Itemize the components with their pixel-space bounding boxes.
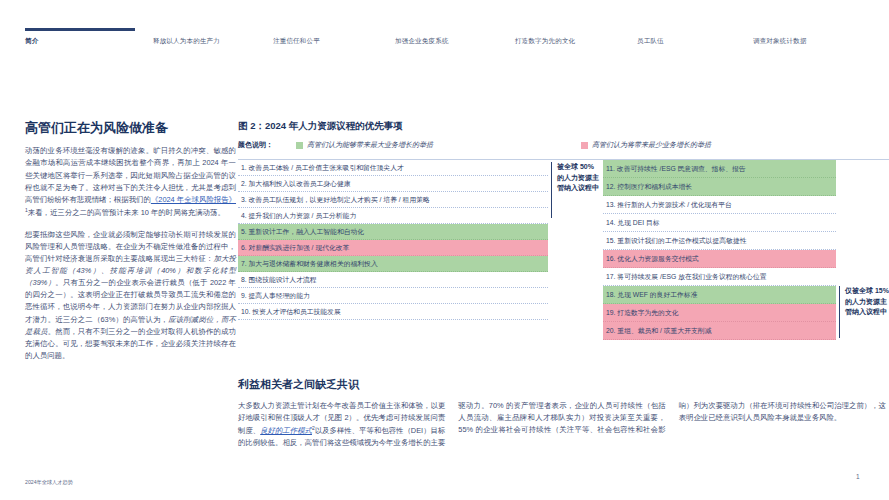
priority-item-highlight-green: 18. 兑现 WEF 的良好工作标准 [603, 286, 836, 304]
figure-body: 1. 改善员工体验 / 员工价值主张来吸引和留住顶尖人才 2. 加大福利投入以改… [238, 160, 889, 340]
consensus-title: 利益相关者之间缺乏共识 [238, 377, 886, 392]
priority-item: 2. 加大福利投入以改善员工身心健康 [238, 176, 548, 192]
tab-intro[interactable]: 简介 [25, 28, 153, 46]
priority-item: 4. 提升我们的人力资源 / 员工分析能力 [238, 208, 548, 224]
consensus-body: 大多数人力资源主管计划在今年改善员工价值主张和体验，以更好地吸引和留住顶级人才（… [238, 400, 886, 456]
tab-digital-first-culture[interactable]: 打造数字为先的文化 [515, 28, 637, 46]
annotation-text: 被全球 50% 的人力资源主管纳入议程中 [551, 162, 599, 218]
legend-most-growth: 高管们认为能够带来最大业务增长的举措 [296, 140, 433, 150]
chapter-nav: 简介 释放以人为本的生产力 注重信任和公平 加强企业免疫系统 打造数字为先的文化… [25, 28, 879, 46]
section-title: 高管们正在为风险做准备 [25, 120, 236, 136]
tab-corporate-immune-system[interactable]: 加强企业免疫系统 [395, 28, 515, 46]
priority-item-highlight-green: 12. 控制医疗和福利成本增长 [603, 178, 836, 196]
legend-pink-text: 高管们认为将带来最少业务增长的举措 [592, 140, 711, 150]
priority-item-highlight-pink: 20. 重组、裁员和 / 或重大开支削减 [603, 322, 836, 340]
tab-trust-equity[interactable]: 注重信任和公平 [273, 28, 395, 46]
priority-item-highlight-green: 5. 重新设计工作，融入人工智能和自动化 [238, 224, 548, 240]
page-number: 1 [856, 473, 860, 480]
legend-least-growth: 高管们认为将带来最少业务增长的举措 [581, 140, 711, 150]
risk-report-link[interactable]: 《2024 年全球风险报告》 [151, 195, 236, 204]
priority-item-highlight-pink: 16. 优化人力资源服务交付模式 [603, 250, 836, 268]
priority-list-11-20: 11. 改善可持续性 /ESG 民意调查、指标、报告 12. 控制医疗和福利成本… [603, 160, 836, 340]
good-work-link[interactable]: 良好的工作模式 [260, 426, 312, 435]
priority-list-1-10: 1. 改善员工体验 / 员工价值主张来吸引和留住顶尖人才 2. 加大福利投入以改… [238, 160, 548, 340]
legend-label: 颜色说明： [238, 140, 296, 150]
priority-item: 13. 推行新的人力资源技术 / 优化现有平台 [603, 196, 836, 214]
tab-human-productivity[interactable]: 释放以人为本的生产力 [153, 28, 273, 46]
tab-respondent-demographics[interactable]: 调查对象统计数据 [753, 28, 873, 46]
priority-item-highlight-green: 7. 加大与退休储蓄和财务健康相关的福利投入 [238, 256, 548, 272]
priority-item-highlight-pink: 6. 对薪酬实践进行加强 / 现代化改革 [238, 240, 548, 256]
priority-item: 10. 投资人才评估和员工技能发展 [238, 304, 548, 320]
priority-item: 8. 围绕技能设计人才流程 [238, 272, 548, 288]
figure-title: 图 2：2024 年人力资源议程的优先事项 [238, 120, 889, 133]
priority-item-highlight-green: 11. 改善可持续性 /ESG 民意调查、指标、报告 [603, 160, 836, 178]
stakeholder-consensus-section: 利益相关者之间缺乏共识 大多数人力资源主管计划在今年改善员工价值主张和体验，以更… [238, 377, 886, 456]
report-page: 简介 释放以人为本的生产力 注重信任和公平 加强企业免疫系统 打造数字为先的文化… [0, 0, 889, 500]
intro-paragraph-2: 想要抵御这些风险，企业就必须制定能够拉动长期可持续发展的风险管理和人员管理战略。… [25, 229, 236, 363]
annotation-top-50-percent: 被全球 50% 的人力资源主管纳入议程中 [551, 160, 599, 340]
p1-text-end: 来看，近三分之二的高管预计未来 10 年的时局将充满动荡。 [28, 208, 225, 217]
priority-item: 14. 兑现 DEI 目标 [603, 214, 836, 232]
priority-item-highlight-pink: 19. 打造数字为先的文化 [603, 304, 836, 322]
annotation-bottom-15-percent: 仅被全球 15% 的人力资源主管纳入议程中 [839, 160, 889, 340]
intro-column: 高管们正在为风险做准备 动荡的业务环境丝毫没有缓解的迹象。旷日持久的冲突、敏感的… [25, 120, 236, 371]
p2-text: 想要抵御这些风险，企业就必须制定能够拉动长期可持续发展的风险管理和人员管理战略。… [25, 230, 236, 263]
green-swatch-icon [296, 142, 303, 149]
priority-item: 1. 改善员工体验 / 员工价值主张来吸引和留住顶尖人才 [238, 160, 548, 176]
priority-item: 9. 提高人事经理的能力 [238, 288, 548, 304]
annotation-text: 仅被全球 15% 的人力资源主管纳入议程中 [839, 286, 889, 338]
priority-item: 17. 将可持续发展 /ESG 放在我们业务议程的核心位置 [603, 268, 836, 286]
pink-swatch-icon [581, 142, 588, 149]
priority-item: 3. 改善员工队伍规划，以更好地制定人才购买 / 培养 / 租用策略 [238, 192, 548, 208]
figure-legend: 颜色说明： 高管们认为能够带来最大业务增长的举措 高管们认为将带来最少业务增长的… [238, 140, 889, 150]
report-footer-title: 2024年全球人才趋势 [25, 479, 73, 486]
priority-item: 15. 重新设计我们的工作运作模式以提高敏捷性 [603, 232, 836, 250]
intro-paragraph-1: 动荡的业务环境丝毫没有缓解的迹象。旷日持久的冲突、敏感的金融市场和高运营成本继续… [25, 145, 236, 219]
legend-green-text: 高管们认为能够带来最大业务增长的举措 [307, 140, 433, 150]
tab-workforce[interactable]: 员工队伍 [637, 28, 753, 46]
figure-2-hr-priorities: 图 2：2024 年人力资源议程的优先事项 颜色说明： 高管们认为能够带来最大业… [238, 120, 889, 340]
p2-text-end: 。然而，只有不到三分之一的企业对取得人机协作的成功充满信心。可见，想要驾驭未来的… [25, 327, 236, 360]
